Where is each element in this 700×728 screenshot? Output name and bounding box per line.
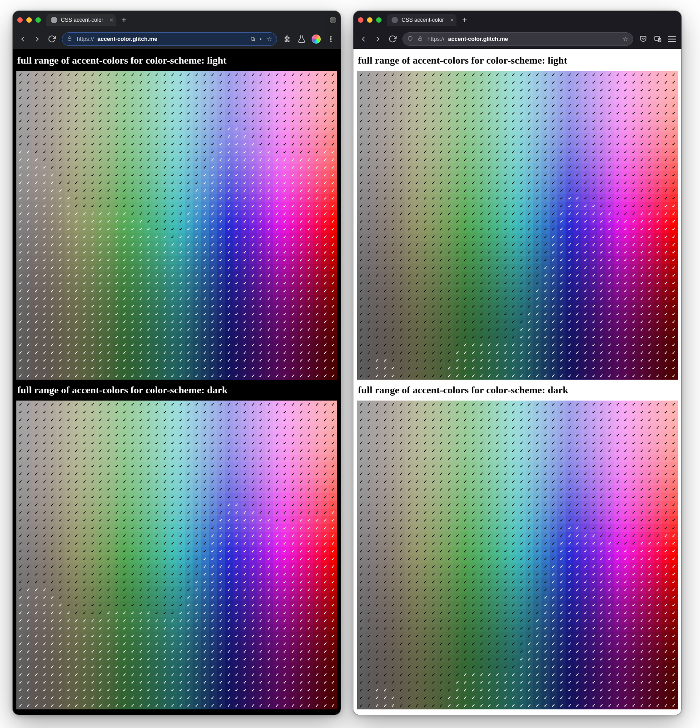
swatch[interactable]: ✓ <box>574 156 582 163</box>
swatch[interactable]: ✓ <box>329 117 337 125</box>
swatch[interactable]: ✓ <box>89 408 97 416</box>
swatch[interactable]: ✓ <box>614 416 622 424</box>
swatch[interactable]: ✓ <box>541 71 550 79</box>
swatch[interactable]: ✓ <box>461 218 469 225</box>
swatch[interactable]: ✓ <box>161 272 169 279</box>
swatch[interactable]: ✓ <box>233 302 241 310</box>
swatch[interactable]: ✓ <box>501 686 510 694</box>
swatch[interactable]: ✓ <box>201 102 209 109</box>
swatch[interactable]: ✓ <box>281 609 289 617</box>
swatch[interactable]: ✓ <box>177 248 185 256</box>
swatch[interactable]: ✓ <box>137 279 145 287</box>
swatch[interactable]: ✓ <box>89 702 97 709</box>
swatch[interactable]: ✓ <box>129 524 137 532</box>
swatch[interactable]: ✓ <box>566 71 574 79</box>
swatch[interactable]: ✓ <box>185 295 193 302</box>
swatch[interactable]: ✓ <box>225 563 233 570</box>
swatch[interactable]: ✓ <box>413 295 422 302</box>
swatch[interactable]: ✓ <box>137 364 145 372</box>
swatch[interactable]: ✓ <box>493 570 501 578</box>
swatch[interactable]: ✓ <box>469 140 477 148</box>
swatch[interactable]: ✓ <box>120 256 129 264</box>
swatch[interactable]: ✓ <box>56 555 65 563</box>
swatch[interactable]: ✓ <box>249 594 257 601</box>
swatch[interactable]: ✓ <box>249 586 257 594</box>
swatch[interactable]: ✓ <box>217 210 225 218</box>
swatch[interactable]: ✓ <box>645 102 654 109</box>
swatch[interactable]: ✓ <box>541 416 550 424</box>
swatch[interactable]: ✓ <box>241 578 249 586</box>
swatch[interactable]: ✓ <box>40 225 49 233</box>
swatch[interactable]: ✓ <box>193 640 201 648</box>
swatch[interactable]: ✓ <box>389 663 397 671</box>
swatch[interactable]: ✓ <box>590 326 598 333</box>
swatch[interactable]: ✓ <box>120 86 129 94</box>
swatch[interactable]: ✓ <box>638 702 646 709</box>
swatch[interactable]: ✓ <box>365 678 373 686</box>
swatch[interactable]: ✓ <box>405 364 413 372</box>
swatch[interactable]: ✓ <box>566 133 574 140</box>
swatch[interactable]: ✓ <box>405 318 413 326</box>
swatch[interactable]: ✓ <box>49 109 57 117</box>
swatch[interactable]: ✓ <box>437 264 445 272</box>
swatch[interactable]: ✓ <box>405 310 413 318</box>
swatch[interactable]: ✓ <box>606 202 614 210</box>
swatch[interactable]: ✓ <box>581 248 590 256</box>
swatch[interactable]: ✓ <box>40 117 49 125</box>
swatch[interactable]: ✓ <box>413 225 422 233</box>
swatch[interactable]: ✓ <box>193 686 201 694</box>
swatch[interactable]: ✓ <box>177 624 185 632</box>
swatch[interactable]: ✓ <box>654 501 662 509</box>
swatch[interactable]: ✓ <box>526 357 534 364</box>
swatch[interactable]: ✓ <box>40 156 49 163</box>
swatch[interactable]: ✓ <box>614 663 622 671</box>
swatch[interactable]: ✓ <box>493 341 501 349</box>
swatch[interactable]: ✓ <box>225 447 233 455</box>
swatch[interactable]: ✓ <box>249 156 257 163</box>
swatch[interactable]: ✓ <box>405 702 413 709</box>
swatch[interactable]: ✓ <box>509 302 517 310</box>
swatch[interactable]: ✓ <box>185 501 193 509</box>
swatch[interactable]: ✓ <box>445 287 453 295</box>
swatch[interactable]: ✓ <box>662 349 670 357</box>
swatch[interactable]: ✓ <box>453 555 462 563</box>
swatch[interactable]: ✓ <box>80 578 89 586</box>
swatch[interactable]: ✓ <box>429 694 437 702</box>
swatch[interactable]: ✓ <box>265 187 273 194</box>
swatch[interactable]: ✓ <box>662 194 670 202</box>
swatch[interactable]: ✓ <box>113 302 121 310</box>
swatch[interactable]: ✓ <box>485 516 493 524</box>
swatch[interactable]: ✓ <box>485 694 493 702</box>
swatch[interactable]: ✓ <box>65 102 73 109</box>
swatch[interactable]: ✓ <box>485 601 493 609</box>
swatch[interactable]: ✓ <box>16 109 25 117</box>
swatch[interactable]: ✓ <box>526 617 534 624</box>
swatch[interactable]: ✓ <box>405 272 413 279</box>
swatch[interactable]: ✓ <box>313 401 321 408</box>
swatch[interactable]: ✓ <box>289 194 297 202</box>
swatch[interactable]: ✓ <box>104 555 113 563</box>
swatch[interactable]: ✓ <box>169 117 177 125</box>
swatch[interactable]: ✓ <box>329 485 337 493</box>
swatch[interactable]: ✓ <box>437 485 445 493</box>
swatch[interactable]: ✓ <box>16 485 25 493</box>
swatch[interactable]: ✓ <box>493 349 501 357</box>
swatch[interactable]: ✓ <box>193 310 201 318</box>
swatch[interactable]: ✓ <box>662 601 670 609</box>
swatch[interactable]: ✓ <box>161 632 169 640</box>
swatch[interactable]: ✓ <box>670 125 678 133</box>
swatch[interactable]: ✓ <box>453 272 462 279</box>
swatch[interactable]: ✓ <box>550 140 558 148</box>
swatch[interactable]: ✓ <box>32 218 40 225</box>
swatch[interactable]: ✓ <box>445 470 453 478</box>
swatch[interactable]: ✓ <box>485 279 493 287</box>
swatch[interactable]: ✓ <box>389 94 397 102</box>
swatch[interactable]: ✓ <box>389 218 397 225</box>
swatch[interactable]: ✓ <box>137 594 145 601</box>
swatch[interactable]: ✓ <box>25 248 33 256</box>
swatch[interactable]: ✓ <box>638 109 646 117</box>
swatch[interactable]: ✓ <box>606 109 614 117</box>
swatch[interactable]: ✓ <box>96 563 104 570</box>
swatch[interactable]: ✓ <box>217 594 225 601</box>
swatch[interactable]: ✓ <box>526 287 534 295</box>
